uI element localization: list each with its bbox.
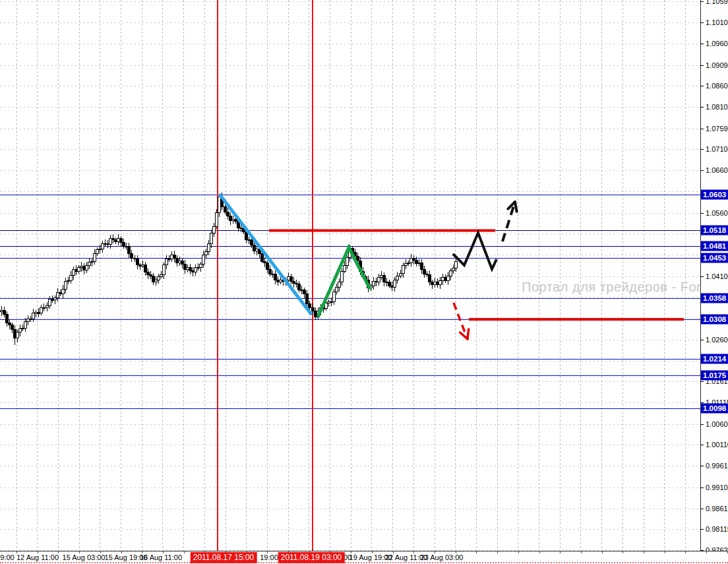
- candle-body: [120, 239, 123, 243]
- candle-body: [216, 213, 218, 227]
- candle-body: [102, 243, 104, 249]
- candle-body: [303, 290, 306, 294]
- candle-body: [189, 268, 192, 271]
- candle-body: [396, 276, 399, 280]
- candle-body: [402, 265, 405, 273]
- candle-body: [96, 249, 99, 253]
- candle-body: [391, 286, 394, 288]
- candle-body: [290, 276, 293, 281]
- candle-body: [22, 328, 24, 329]
- price-tickmark: [700, 529, 704, 530]
- candle-body: [75, 270, 78, 272]
- candle-body: [274, 274, 277, 280]
- candle-body: [295, 283, 298, 284]
- candle-body: [197, 267, 200, 268]
- candle-body: [447, 276, 450, 280]
- price-tick-label: 1.04100: [706, 272, 728, 280]
- candle-body: [144, 265, 147, 272]
- price-tickmark: [700, 466, 704, 466]
- trendline-down-impulse[interactable]: [220, 195, 311, 313]
- price-tick-label: 1.06605: [706, 166, 728, 174]
- price-axis[interactable]: 1.105951.101001.096051.090951.086001.081…: [700, 0, 728, 551]
- price-level-tag: 1.0098: [701, 403, 728, 413]
- candle-body: [139, 265, 142, 266]
- candle-body: [240, 228, 243, 228]
- price-tickmark: [700, 424, 704, 425]
- candle-body: [261, 254, 264, 261]
- candle-body: [166, 259, 168, 265]
- candle-body: [301, 290, 303, 290]
- time-tickmark: [622, 551, 623, 553]
- candle-body: [248, 239, 251, 240]
- candle-body: [86, 266, 88, 270]
- price-tickmark: [700, 340, 704, 340]
- price-tickmark: [700, 107, 704, 108]
- candle-body: [455, 262, 458, 268]
- candle-body: [415, 261, 418, 264]
- candle-body: [315, 311, 317, 317]
- candle-body: [168, 259, 171, 259]
- price-tick-label: 1.10100: [706, 18, 728, 26]
- price-level-tag: 1.0214: [701, 354, 728, 364]
- candle-body: [51, 299, 54, 300]
- candle-body: [131, 254, 133, 259]
- candle-body: [429, 275, 431, 282]
- red-segment[interactable]: [469, 318, 684, 321]
- candle-body: [91, 261, 94, 262]
- candle-body: [14, 329, 16, 338]
- time-axis-label: 23 Aug 03:00: [421, 553, 464, 561]
- candle-body: [298, 284, 301, 290]
- time-axis-label: 16 Aug 11:00: [140, 553, 182, 561]
- price-tick-label: 1.05600: [706, 209, 728, 217]
- candle-body: [450, 270, 452, 276]
- price-tick-label: 1.07595: [706, 125, 728, 133]
- candle-body: [309, 303, 311, 307]
- price-level-tag: 1.0518: [701, 226, 728, 235]
- time-tickmark: [602, 551, 603, 553]
- red-segment[interactable]: [269, 229, 495, 232]
- candle-body: [171, 255, 173, 259]
- candle-body: [9, 323, 11, 325]
- candle-body: [205, 251, 208, 255]
- bottom-dotted-strip: [0, 562, 728, 563]
- candle-body: [107, 243, 109, 244]
- candle-body: [35, 313, 38, 313]
- price-tickmark: [700, 487, 704, 488]
- candle-body: [136, 259, 139, 265]
- price-tickmark: [700, 129, 704, 129]
- candle-body: [160, 275, 163, 276]
- price-tickmark: [700, 276, 704, 277]
- candle-body: [30, 319, 32, 319]
- price-tick-label: 0.99615: [706, 462, 728, 470]
- candle-body: [99, 249, 102, 249]
- price-tickmark: [700, 445, 704, 445]
- candle-body: [437, 282, 439, 284]
- time-tickmark: [665, 551, 665, 553]
- candle-body: [328, 301, 330, 303]
- candle-body: [57, 293, 59, 298]
- vertical-event-lines[interactable]: [218, 0, 313, 551]
- time-axis-label: 15 Aug 03:00: [63, 553, 106, 561]
- price-tick-label: 1.08600: [706, 82, 728, 90]
- candle-body: [19, 329, 22, 332]
- candle-body: [83, 266, 86, 270]
- candle-body: [388, 282, 391, 286]
- price-tick-label: 0.98610: [706, 505, 728, 513]
- price-tick-label: 0.98115: [706, 525, 728, 533]
- candle-body: [383, 275, 386, 282]
- candle-body: [380, 275, 383, 277]
- candle-body: [375, 281, 378, 282]
- candle-body: [418, 263, 421, 263]
- black-zigzag-arrow[interactable]: [453, 233, 497, 269]
- candle-body: [200, 264, 202, 267]
- horizontal-level-lines[interactable]: [0, 195, 700, 409]
- chart-canvas[interactable]: [0, 0, 700, 551]
- candle-body: [11, 325, 14, 329]
- candle-body: [49, 299, 51, 306]
- candle-body: [187, 268, 189, 270]
- candle-body: [24, 321, 27, 328]
- price-tick-label: 1.00110: [706, 441, 728, 449]
- candle-body: [158, 276, 160, 280]
- candle-body: [421, 263, 423, 270]
- vertical-gridlines: [16, 0, 685, 551]
